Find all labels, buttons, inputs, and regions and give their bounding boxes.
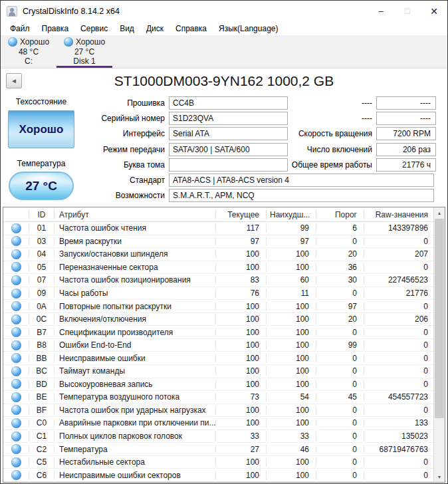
smart-attribute-row[interactable]: BD Высокоуровневая запись 100 100 0 0	[3, 378, 433, 392]
scroll-down-icon[interactable]: ▼	[434, 471, 445, 482]
field-label: Режим передачи	[1, 145, 169, 154]
tab-drive-name: C:	[25, 57, 33, 66]
smart-attribute-row[interactable]: BF Частота ошибок при ударных нагрузках …	[3, 404, 433, 418]
attribute-raw-value: 0	[364, 328, 433, 337]
field-label: Возможности	[1, 191, 169, 200]
attribute-id: 01	[29, 223, 54, 233]
smart-attribute-row[interactable]: 04 Запуски/остановки шпинделя 100 100 20…	[3, 248, 433, 261]
field-value-box[interactable]	[169, 158, 288, 172]
attribute-id: BC	[29, 366, 54, 376]
smart-attribute-row[interactable]: C1 Полных циклов парковок головок 33 33 …	[3, 430, 433, 443]
attribute-raw-value: 0	[364, 471, 433, 480]
table-scrollbar[interactable]: ▲ ▼	[433, 207, 445, 482]
smart-attribute-row[interactable]: B7 Спецификации производителя 100 100 0 …	[3, 326, 433, 339]
menu-item[interactable]: Правка	[36, 24, 75, 33]
drive-tab[interactable]: Хорошо 48 °C C:	[1, 35, 56, 68]
attribute-raw-value: 207	[364, 249, 433, 259]
smart-attribute-row[interactable]: 01 Частота ошибок чтения 117 99 6 143397…	[3, 222, 433, 235]
field-value-box[interactable]: Serial ATA	[169, 127, 288, 140]
field-value-box[interactable]: CC4B	[169, 96, 288, 110]
attribute-threshold: 6	[316, 223, 364, 233]
menu-item[interactable]: Язык(Language)	[213, 24, 284, 33]
maximize-icon[interactable]: □	[394, 1, 421, 21]
smart-attribute-row[interactable]: B8 Ошибки End-to-End 100 100 99 0	[3, 339, 433, 352]
menu-item[interactable]: Вид	[114, 24, 140, 33]
attribute-id: BE	[29, 392, 54, 402]
smart-attribute-row[interactable]: BC Таймаут команды 100 100 0 0	[3, 365, 433, 378]
tab-temperature: 27 °C	[74, 47, 94, 57]
current-column-header[interactable]: Текущее	[215, 210, 266, 219]
smart-attribute-row[interactable]: C0 Аварийные парковки при отключении пи.…	[3, 417, 433, 430]
smart-attribute-row[interactable]: C6 Неисправимые ошибки секторов 100 100 …	[3, 469, 433, 482]
field-row: Стандарт ATA8-ACS | ATA8-ACS version 4	[1, 172, 434, 187]
smart-attribute-row[interactable]: 0C Включения/отключения 100 100 20 206	[3, 313, 433, 326]
smart-attribute-row[interactable]: BB Неисправимые ошибки 100 100 0 0	[3, 352, 433, 365]
smart-attribute-row[interactable]: 09 Часы работы 76 11 0 21776	[3, 287, 433, 301]
attribute-status-orb-icon	[11, 236, 21, 246]
attribute-worst: 46	[266, 445, 316, 454]
attribute-worst: 54	[266, 392, 316, 402]
drive-stats-fields: ---- ---- ---- ---- Скорость вращения 72…	[291, 95, 436, 172]
field-value-box[interactable]: SATA/300 | SATA/600	[169, 143, 288, 156]
attribute-worst: 99	[266, 223, 316, 233]
attribute-id: BB	[29, 354, 54, 363]
attribute-id: 09	[29, 289, 54, 298]
attribute-status-orb-icon	[11, 431, 21, 441]
field-label: Буква тома	[1, 160, 169, 170]
smart-attribute-row[interactable]: BE Температура воздушного потока 73 54 4…	[3, 391, 433, 404]
scrollbar-thumb[interactable]	[435, 219, 444, 418]
smart-attribute-row[interactable]: C2 Температура 27 46 0 68719476763	[3, 443, 433, 456]
smart-attribute-row[interactable]: 07 Частота ошибок позиционирования 83 60…	[3, 274, 433, 287]
stat-label: ----	[291, 114, 376, 123]
health-status-orb-icon	[64, 37, 73, 47]
stat-label: Общее время работы	[291, 160, 376, 170]
attribute-current: 97	[215, 237, 266, 246]
attribute-raw-value: 206	[364, 314, 433, 324]
attribute-worst: 100	[266, 366, 316, 376]
health-status-orb-icon	[8, 37, 17, 47]
field-value-box[interactable]: S1D23QVA	[169, 112, 288, 125]
stat-value-box[interactable]: 7200 RPM	[376, 127, 436, 140]
attribute-raw-value: 0	[364, 406, 433, 415]
attribute-name: Таймаут команды	[54, 366, 215, 376]
menu-item[interactable]: Диск	[140, 24, 169, 33]
back-button[interactable]: ◄	[6, 73, 22, 88]
attribute-name: Частота ошибок чтения	[54, 223, 215, 233]
attribute-column-header[interactable]: Атрибут	[54, 210, 215, 219]
field-value-box[interactable]: ATA8-ACS | ATA8-ACS version 4	[169, 174, 434, 187]
attribute-worst: 100	[266, 354, 316, 363]
field-value-box[interactable]: S.M.A.R.T., APM, NCQ	[169, 189, 434, 202]
stat-value-box[interactable]: ----	[376, 112, 436, 125]
raw-column-header[interactable]: Raw-значения	[364, 210, 433, 219]
smart-attribute-row[interactable]: C5 Нестабильные сектора 100 100 0 0	[3, 456, 433, 469]
scroll-up-icon[interactable]: ▲	[434, 207, 445, 218]
smart-attribute-row[interactable]: 03 Время раскрутки 97 97 0 0	[3, 235, 433, 249]
attribute-raw-value: 0	[364, 340, 433, 350]
attribute-status-orb-icon	[11, 262, 21, 272]
attribute-threshold: 0	[316, 445, 364, 454]
attribute-threshold: 0	[316, 289, 364, 298]
attribute-current: 117	[215, 223, 266, 233]
drive-info-area: Техсостояние Хорошо Температура 27 °C Пр…	[1, 94, 447, 207]
drive-tab[interactable]: Хорошо 27 °C Disk 1	[56, 35, 112, 68]
threshold-column-header[interactable]: Порог	[316, 210, 364, 219]
attribute-name: Высокоуровневая запись	[54, 380, 215, 389]
attribute-current: 100	[215, 328, 266, 337]
smart-attribute-row[interactable]: 05 Переназначенные сектора 100 100 36 0	[3, 261, 433, 275]
stat-value-box[interactable]: 206 раз	[376, 143, 436, 156]
attribute-worst: 97	[266, 237, 316, 246]
worst-column-header[interactable]: Наихудш...	[266, 210, 316, 219]
menu-item[interactable]: Сервис	[74, 24, 114, 33]
smart-attribute-row[interactable]: 0A Повторные попытки раскрутки 100 100 9…	[3, 300, 433, 313]
attribute-raw-value: 0	[364, 354, 433, 363]
smart-table-rows: 01 Частота ошибок чтения 117 99 6 143397…	[3, 222, 433, 482]
close-icon[interactable]: ✕	[421, 1, 447, 21]
menu-item[interactable]: Файл	[4, 24, 36, 33]
stat-value-box[interactable]: 21776 ч	[376, 158, 436, 172]
app-icon	[7, 6, 17, 17]
stat-value-box[interactable]: ----	[376, 96, 436, 110]
menu-item[interactable]: Справка	[169, 24, 213, 33]
id-column-header[interactable]: ID	[29, 210, 54, 219]
minimize-icon[interactable]: –	[368, 1, 394, 21]
attribute-current: 100	[215, 457, 266, 467]
